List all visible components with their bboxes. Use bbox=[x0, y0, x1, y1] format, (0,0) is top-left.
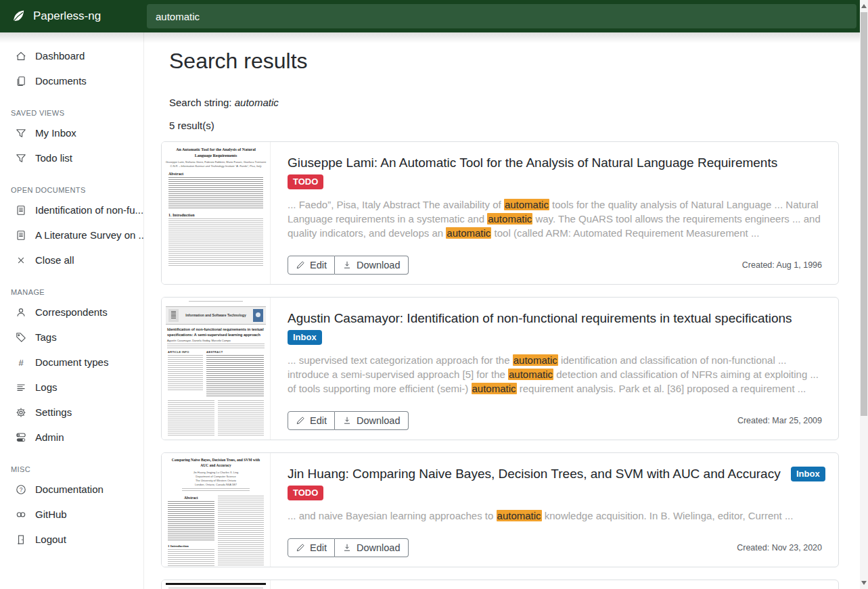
pencil-icon bbox=[296, 260, 305, 270]
document-title-link[interactable]: Agustin Casamayor: Identification of non… bbox=[288, 311, 792, 325]
thumb-text-lines bbox=[168, 355, 203, 390]
sidebar-item-label: Close all bbox=[35, 254, 74, 266]
sidebar-item-admin[interactable]: Admin bbox=[0, 425, 143, 450]
link-icon bbox=[16, 509, 26, 520]
file-text-icon bbox=[16, 230, 26, 241]
sidebar-item-dashboard[interactable]: Dashboard bbox=[0, 43, 143, 68]
edit-button[interactable]: Edit bbox=[288, 538, 335, 557]
sidebar-item-correspondents[interactable]: Correspondents bbox=[0, 300, 143, 325]
list-lines-icon bbox=[16, 382, 26, 393]
sidebar-item-label: Logs bbox=[35, 381, 58, 393]
search-highlight: automatic bbox=[504, 199, 549, 210]
sidebar-item-label: Identification of non-fu... bbox=[35, 204, 143, 216]
thumb-article-info-heading: ARTICLE INFO bbox=[168, 350, 203, 354]
sidebar-item-documentation[interactable]: ? Documentation bbox=[0, 477, 143, 502]
search-highlight: automatic bbox=[472, 383, 517, 394]
gear-icon bbox=[16, 407, 26, 418]
thumb-abstract-heading: Abstract bbox=[168, 496, 214, 500]
edit-label: Edit bbox=[310, 260, 327, 270]
download-button[interactable]: Download bbox=[335, 538, 409, 557]
hash-icon: # bbox=[16, 357, 26, 368]
sidebar-item-label: Documentation bbox=[35, 484, 104, 495]
sidebar-item-tags[interactable]: Tags bbox=[0, 325, 143, 350]
sidebar-item-logs[interactable]: Logs bbox=[0, 375, 143, 400]
download-button[interactable]: Download bbox=[335, 411, 409, 430]
thumb-dark-header bbox=[166, 583, 266, 585]
thumb-text-lines bbox=[167, 344, 265, 348]
sidebar-item-label: My Inbox bbox=[35, 127, 76, 139]
thumb-intro-heading: 1 Introduction bbox=[168, 544, 214, 548]
sidebar-item-todo-list[interactable]: Todo list bbox=[0, 145, 143, 170]
pencil-icon bbox=[296, 416, 305, 425]
door-icon bbox=[16, 534, 26, 545]
journal-cover bbox=[253, 309, 263, 322]
search-string-label: Search string: bbox=[169, 97, 232, 108]
edit-label: Edit bbox=[310, 542, 327, 553]
pencil-icon bbox=[296, 543, 305, 552]
document-thumbnail[interactable]: Information and Software Technology Iden… bbox=[162, 298, 271, 440]
document-title-link[interactable]: Jin Huang: Comparing Naive Bayes, Decisi… bbox=[288, 467, 781, 481]
scrollbar-down-arrow[interactable] bbox=[861, 581, 867, 585]
thumbnail-page: Comparing Naive Bayes, Decision Trees, a… bbox=[162, 453, 271, 567]
tag-icon bbox=[16, 332, 26, 343]
sidebar-item-documents[interactable]: Documents bbox=[0, 68, 143, 93]
sidebar-section-open-documents: OPEN DOCUMENTS bbox=[0, 183, 143, 197]
sidebar-item-label: Documents bbox=[35, 75, 87, 87]
result-snippet: ... Faedo”, Pisa, Italy Abstract The ava… bbox=[288, 197, 822, 240]
search-highlight: automatic bbox=[513, 354, 558, 366]
document-title-link[interactable]: Giuseppe Lami: An Automatic Tool for the… bbox=[288, 156, 777, 170]
thumb-text-lines bbox=[168, 218, 263, 266]
sidebar-section-manage: MANAGE bbox=[0, 285, 143, 300]
search-result-card: An Automatic Tool for the Analysis of Na… bbox=[161, 141, 839, 285]
edit-button[interactable]: Edit bbox=[288, 256, 335, 275]
card-actions: Edit Download bbox=[288, 411, 409, 430]
sidebar-item-open-doc-1[interactable]: Identification of non-fu... bbox=[0, 197, 143, 222]
edit-button[interactable]: Edit bbox=[288, 411, 335, 430]
thumb-journal-header: Information and Software Technology bbox=[166, 306, 266, 325]
toggles-icon bbox=[16, 432, 26, 443]
document-thumbnail[interactable]: An Automatic Tool for the Analysis of Na… bbox=[162, 142, 271, 284]
sidebar-item-my-inbox[interactable]: My Inbox bbox=[0, 120, 143, 145]
created-date: Created: Mar 25, 2009 bbox=[737, 416, 822, 425]
search-highlight: automatic bbox=[487, 213, 532, 225]
result-snippet: ... and naive Bayesian learning approach… bbox=[288, 509, 822, 523]
search-bar bbox=[144, 0, 860, 32]
tag-badge: TODO bbox=[288, 174, 323, 189]
search-input[interactable] bbox=[147, 4, 856, 28]
sidebar-item-close-all[interactable]: Close all bbox=[0, 248, 143, 273]
brand-link[interactable]: Paperless-ng bbox=[0, 0, 144, 32]
download-icon bbox=[342, 543, 352, 552]
sidebar-item-label: GitHub bbox=[35, 509, 67, 520]
card-actions: Edit Download bbox=[288, 256, 409, 275]
sidebar-item-label: Todo list bbox=[35, 152, 72, 164]
sidebar-item-document-types[interactable]: # Document types bbox=[0, 350, 143, 375]
scrollbar-up-arrow[interactable] bbox=[861, 4, 867, 8]
tag-badge: Inbox bbox=[288, 330, 322, 345]
result-card-body: Agustin Casamayor: Identification of non… bbox=[271, 298, 838, 440]
thumb-text-lines bbox=[168, 549, 214, 567]
download-button[interactable]: Download bbox=[335, 256, 409, 275]
main-content: Search results Search string: automatic … bbox=[144, 32, 860, 589]
thumb-text-lines bbox=[168, 501, 214, 542]
sidebar-item-label: Document types bbox=[35, 356, 108, 368]
sidebar-item-settings[interactable]: Settings bbox=[0, 400, 143, 425]
document-thumbnail[interactable]: Comparing Naive Bayes, Decision Trees, a… bbox=[162, 453, 271, 567]
search-result-card-partial bbox=[161, 580, 839, 589]
sidebar-item-github[interactable]: GitHub bbox=[0, 502, 143, 527]
document-thumbnail[interactable] bbox=[162, 580, 271, 589]
tag-badge: TODO bbox=[288, 486, 323, 500]
thumb-abstract-heading: Abstract bbox=[168, 172, 263, 176]
thumb-text-lines bbox=[189, 301, 243, 303]
sidebar-item-label: Tags bbox=[35, 331, 57, 343]
sidebar-item-open-doc-2[interactable]: A Literature Survey on ... bbox=[0, 222, 143, 248]
search-result-card: Information and Software Technology Iden… bbox=[161, 297, 839, 440]
search-string-line: Search string: automatic bbox=[169, 97, 860, 108]
scrollbar-thumb[interactable] bbox=[861, 12, 867, 416]
brand-name: Paperless-ng bbox=[33, 9, 101, 23]
thumb-text-lines bbox=[218, 400, 265, 435]
thumb-paper-authors: Agustín Casamayor, Daniela Godoy, Marcel… bbox=[167, 339, 265, 342]
thumb-text-lines bbox=[206, 355, 264, 397]
sidebar-item-logout[interactable]: Logout bbox=[0, 527, 143, 552]
download-label: Download bbox=[357, 415, 401, 426]
sidebar-section-saved-views: SAVED VIEWS bbox=[0, 105, 143, 120]
